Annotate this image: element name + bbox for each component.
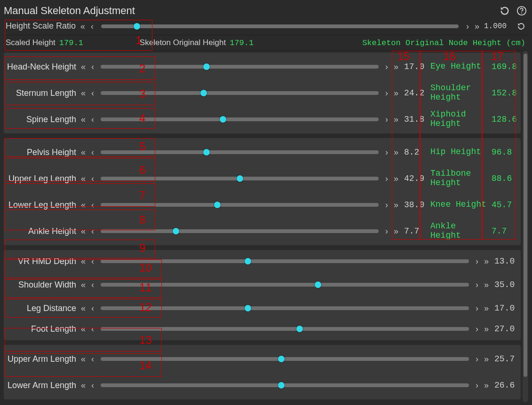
slider-row: Lower Arm Length«‹›»26.6 [6,373,519,397]
fast-increment-button[interactable]: » [392,174,400,183]
increment-button[interactable]: › [382,148,391,156]
increment-button[interactable]: › [382,201,391,209]
refresh-small-icon [517,22,525,31]
fast-increment-button[interactable]: » [392,62,400,71]
increment-button[interactable]: › [382,227,391,235]
slider-thumb[interactable] [220,116,226,123]
fast-decrement-button[interactable]: « [79,115,87,124]
increment-button[interactable]: › [473,257,481,265]
decrement-button[interactable]: ‹ [88,257,97,265]
slider-thumb[interactable] [173,228,179,234]
fast-increment-button[interactable]: » [482,355,491,363]
node-value: 45.7 [492,200,519,210]
fast-decrement-button[interactable]: « [79,257,87,265]
node-label: Xiphoid Height [430,110,490,129]
fast-increment-button[interactable]: » [392,89,400,97]
fast-decrement-button[interactable]: « [79,148,87,156]
height-scale-reset-button[interactable] [516,22,526,31]
slider-track[interactable] [101,306,469,310]
increment-button[interactable]: › [473,280,481,289]
slider-track[interactable] [101,203,379,207]
increment-button[interactable]: › [382,89,391,97]
height-scale-slider[interactable] [101,24,459,28]
fast-increment-button[interactable]: » [392,201,400,209]
decrement-button[interactable]: ‹ [88,201,97,209]
slider-thumb[interactable] [214,202,221,208]
increment-button[interactable]: › [473,381,481,389]
height-scale-label: Height Scale Ratio [6,21,76,31]
decrement-button[interactable]: ‹ [88,89,97,97]
fast-decrement-button[interactable]: « [79,325,87,333]
slider-track[interactable] [101,283,469,287]
decrement-button[interactable]: ‹ [88,304,97,312]
increment-button[interactable]: › [473,304,481,312]
fast-decrement-button[interactable]: « [79,304,87,312]
slider-track[interactable] [101,259,469,263]
slider-thumb[interactable] [200,90,207,96]
decrement-button[interactable]: ‹ [88,115,97,124]
slider-track[interactable] [101,91,379,95]
slider-thumb[interactable] [296,326,303,332]
help-icon [516,6,527,16]
slider-track[interactable] [101,229,379,233]
node-height-header: Skeleton Original Node Height (cm) [362,39,525,47]
slider-track[interactable] [101,357,469,361]
node-value: 96.8 [492,148,519,157]
fast-increment-button[interactable]: » [482,304,491,312]
slider-thumb[interactable] [278,356,285,362]
fast-increment-button[interactable]: » [482,257,491,265]
fast-increment-button[interactable]: » [482,280,491,289]
slider-thumb[interactable] [203,63,210,70]
decrement-button[interactable]: ‹ [88,381,97,389]
slider-row: Upper Arm Length«‹›»25.7 [6,347,519,371]
height-scale-row: Height Scale Ratio « ‹ › » 1.000 [4,18,528,35]
increment-button[interactable]: › [382,62,391,71]
decrement-button[interactable]: ‹ [88,325,97,333]
slider-track[interactable] [101,177,379,180]
slider-thumb[interactable] [245,305,251,312]
fast-decrement-button[interactable]: « [79,227,87,235]
fast-decrement-button[interactable]: « [79,201,87,209]
fast-decrement-button[interactable]: « [79,280,87,289]
fast-decrement-button[interactable]: « [79,355,87,363]
slider-thumb[interactable] [245,258,251,265]
scale-decrement-button[interactable]: ‹ [88,22,96,31]
fast-increment-button[interactable]: » [482,381,491,389]
slider-thumb[interactable] [203,149,210,156]
decrement-button[interactable]: ‹ [88,355,97,363]
increment-button[interactable]: › [473,325,481,333]
increment-button[interactable]: › [382,174,391,183]
fast-decrement-button[interactable]: « [79,174,87,183]
increment-button[interactable]: › [473,355,481,363]
decrement-button[interactable]: ‹ [88,280,97,289]
slider-value: 35.0 [492,280,519,289]
fast-increment-button[interactable]: » [392,227,400,235]
reset-all-button[interactable] [498,4,511,17]
slider-track[interactable] [101,327,469,331]
slider-track[interactable] [101,150,379,154]
fast-decrement-button[interactable]: « [79,62,87,71]
increment-button[interactable]: › [382,115,391,124]
slider-thumb[interactable] [315,281,321,288]
slider-thumb[interactable] [134,23,140,30]
slider-track[interactable] [101,65,379,69]
scale-increment-button[interactable]: › [463,22,472,31]
fast-increment-button[interactable]: » [482,325,491,333]
help-button[interactable] [515,4,528,17]
slider-thumb[interactable] [278,382,285,389]
scrollbar-thumb[interactable] [524,54,527,377]
fast-decrement-button[interactable]: « [79,381,87,389]
slider-track[interactable] [101,383,469,387]
scale-fast-increment-button[interactable]: » [473,22,481,31]
slider-thumb[interactable] [237,175,243,182]
fast-increment-button[interactable]: » [392,148,400,156]
decrement-button[interactable]: ‹ [88,174,97,183]
decrement-button[interactable]: ‹ [88,62,97,71]
scrollbar[interactable] [523,51,528,402]
fast-increment-button[interactable]: » [392,115,400,124]
slider-track[interactable] [101,117,379,121]
decrement-button[interactable]: ‹ [88,227,97,235]
scale-fast-decrement-button[interactable]: « [79,22,87,31]
decrement-button[interactable]: ‹ [88,148,97,156]
fast-decrement-button[interactable]: « [79,89,87,97]
